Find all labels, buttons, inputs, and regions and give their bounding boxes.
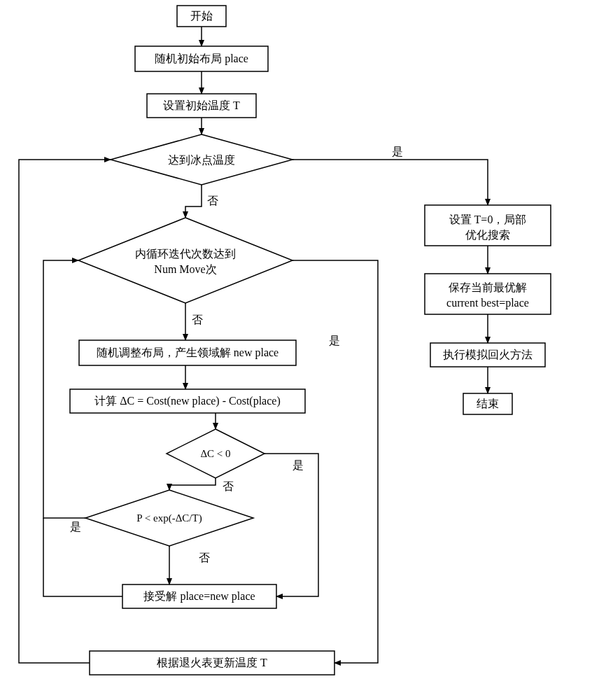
start-label: 开始	[190, 10, 213, 22]
freeze-label: 达到冰点温度	[168, 154, 235, 166]
save-best-label-2: current best=place	[446, 297, 529, 309]
edge-dclt0-no-label: 否	[223, 480, 234, 492]
prob-test-label: P < exp(-ΔC/T)	[136, 512, 202, 524]
reheat-label: 执行模拟回火方法	[443, 349, 533, 360]
edge-dclt0-no	[169, 478, 216, 490]
edge-freeze-yes	[293, 160, 488, 205]
edge-freeze-no	[185, 185, 202, 218]
edge-inner-yes-label: 是	[329, 335, 340, 346]
accept-label: 接受解 place=new place	[143, 590, 255, 603]
init-place-label: 随机初始布局 place	[155, 52, 248, 65]
set-t0-label-1: 设置 T=0，局部	[449, 214, 527, 225]
delta-c-label: 计算 ΔC = Cost(new place) - Cost(place)	[94, 395, 280, 407]
inner-loop-label-2: Num Move次	[154, 263, 216, 275]
save-best-label-1: 保存当前最优解	[449, 281, 527, 293]
update-t-label: 根据退火表更新温度 T	[157, 657, 267, 668]
edge-dclt0-yes	[265, 454, 318, 596]
edge-inner-no-label: 否	[192, 314, 203, 326]
edge-freeze-yes-label: 是	[392, 146, 403, 158]
random-adjust-label: 随机调整布局，产生领域解 new place	[97, 346, 279, 359]
dc-lt0-label: ΔC < 0	[200, 448, 230, 459]
edge-accept-loop	[43, 518, 122, 596]
set-t-label: 设置初始温度 T	[163, 99, 240, 111]
edge-dclt0-yes-label: 是	[293, 459, 304, 471]
edge-prob-no-label: 否	[199, 552, 210, 564]
inner-loop-label-1: 内循环迭代次数达到	[135, 248, 236, 260]
edge-prob-yes-label: 是	[70, 521, 81, 533]
edge-freeze-no-label: 否	[207, 195, 218, 206]
set-t0-label-2: 优化搜索	[465, 229, 510, 241]
inner-loop-decision	[78, 218, 293, 303]
edge-inner-yes	[293, 260, 378, 663]
end-label: 结束	[477, 398, 499, 410]
